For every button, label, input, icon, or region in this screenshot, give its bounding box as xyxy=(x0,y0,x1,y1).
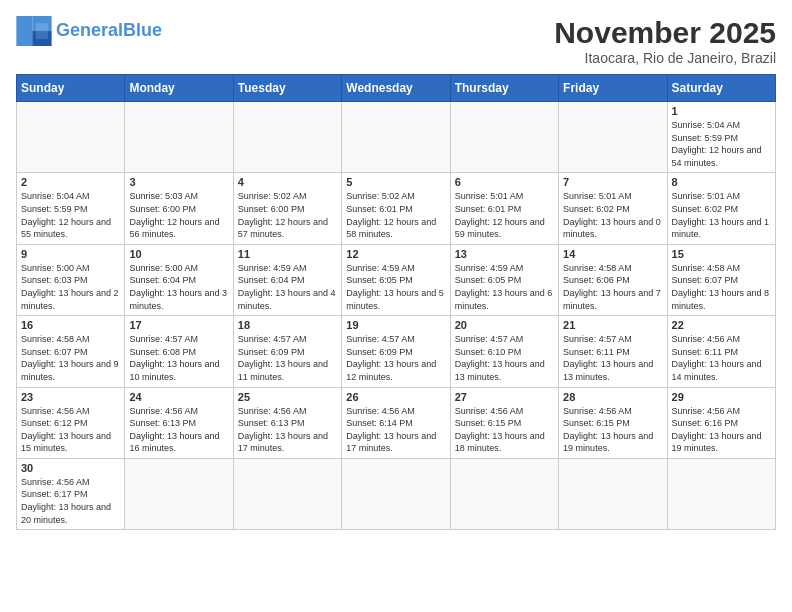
calendar-cell: 5Sunrise: 5:02 AM Sunset: 6:01 PM Daylig… xyxy=(342,173,450,244)
svg-marker-3 xyxy=(36,23,48,39)
day-number: 19 xyxy=(346,319,445,331)
day-info: Sunrise: 4:56 AM Sunset: 6:11 PM Dayligh… xyxy=(672,333,771,383)
day-info: Sunrise: 5:04 AM Sunset: 5:59 PM Dayligh… xyxy=(21,190,120,240)
day-info: Sunrise: 4:57 AM Sunset: 6:10 PM Dayligh… xyxy=(455,333,554,383)
calendar-row: 1Sunrise: 5:04 AM Sunset: 5:59 PM Daylig… xyxy=(17,102,776,173)
calendar-cell xyxy=(125,458,233,529)
calendar-cell: 16Sunrise: 4:58 AM Sunset: 6:07 PM Dayli… xyxy=(17,316,125,387)
day-info: Sunrise: 5:01 AM Sunset: 6:02 PM Dayligh… xyxy=(672,190,771,240)
calendar-subtitle: Itaocara, Rio de Janeiro, Brazil xyxy=(554,50,776,66)
logo-text: GeneralBlue xyxy=(56,21,162,41)
calendar-cell xyxy=(559,458,667,529)
col-header-sunday: Sunday xyxy=(17,75,125,102)
col-header-tuesday: Tuesday xyxy=(233,75,341,102)
calendar-cell: 4Sunrise: 5:02 AM Sunset: 6:00 PM Daylig… xyxy=(233,173,341,244)
calendar-title: November 2025 xyxy=(554,16,776,50)
day-info: Sunrise: 5:01 AM Sunset: 6:02 PM Dayligh… xyxy=(563,190,662,240)
day-number: 1 xyxy=(672,105,771,117)
col-header-wednesday: Wednesday xyxy=(342,75,450,102)
calendar-row: 9Sunrise: 5:00 AM Sunset: 6:03 PM Daylig… xyxy=(17,244,776,315)
col-header-monday: Monday xyxy=(125,75,233,102)
calendar-cell: 14Sunrise: 4:58 AM Sunset: 6:06 PM Dayli… xyxy=(559,244,667,315)
calendar-row: 23Sunrise: 4:56 AM Sunset: 6:12 PM Dayli… xyxy=(17,387,776,458)
calendar-cell xyxy=(342,458,450,529)
calendar-cell: 8Sunrise: 5:01 AM Sunset: 6:02 PM Daylig… xyxy=(667,173,775,244)
day-info: Sunrise: 5:04 AM Sunset: 5:59 PM Dayligh… xyxy=(672,119,771,169)
calendar-cell: 12Sunrise: 4:59 AM Sunset: 6:05 PM Dayli… xyxy=(342,244,450,315)
calendar-cell: 18Sunrise: 4:57 AM Sunset: 6:09 PM Dayli… xyxy=(233,316,341,387)
calendar-cell: 30Sunrise: 4:56 AM Sunset: 6:17 PM Dayli… xyxy=(17,458,125,529)
day-number: 6 xyxy=(455,176,554,188)
logo-general: General xyxy=(56,20,123,40)
day-info: Sunrise: 4:56 AM Sunset: 6:15 PM Dayligh… xyxy=(563,405,662,455)
calendar-cell: 20Sunrise: 4:57 AM Sunset: 6:10 PM Dayli… xyxy=(450,316,558,387)
day-number: 10 xyxy=(129,248,228,260)
day-number: 13 xyxy=(455,248,554,260)
logo-blue: Blue xyxy=(123,20,162,40)
calendar-cell xyxy=(125,102,233,173)
day-info: Sunrise: 4:57 AM Sunset: 6:09 PM Dayligh… xyxy=(238,333,337,383)
calendar-cell: 24Sunrise: 4:56 AM Sunset: 6:13 PM Dayli… xyxy=(125,387,233,458)
day-info: Sunrise: 4:56 AM Sunset: 6:16 PM Dayligh… xyxy=(672,405,771,455)
day-number: 18 xyxy=(238,319,337,331)
day-number: 8 xyxy=(672,176,771,188)
day-number: 11 xyxy=(238,248,337,260)
calendar-cell: 6Sunrise: 5:01 AM Sunset: 6:01 PM Daylig… xyxy=(450,173,558,244)
day-number: 16 xyxy=(21,319,120,331)
calendar-cell xyxy=(233,458,341,529)
day-number: 9 xyxy=(21,248,120,260)
day-number: 25 xyxy=(238,391,337,403)
calendar-cell: 7Sunrise: 5:01 AM Sunset: 6:02 PM Daylig… xyxy=(559,173,667,244)
day-number: 17 xyxy=(129,319,228,331)
calendar-cell: 22Sunrise: 4:56 AM Sunset: 6:11 PM Dayli… xyxy=(667,316,775,387)
day-info: Sunrise: 4:58 AM Sunset: 6:07 PM Dayligh… xyxy=(21,333,120,383)
day-number: 27 xyxy=(455,391,554,403)
calendar-row: 30Sunrise: 4:56 AM Sunset: 6:17 PM Dayli… xyxy=(17,458,776,529)
day-number: 15 xyxy=(672,248,771,260)
calendar-cell xyxy=(667,458,775,529)
day-number: 30 xyxy=(21,462,120,474)
calendar-row: 16Sunrise: 4:58 AM Sunset: 6:07 PM Dayli… xyxy=(17,316,776,387)
day-number: 20 xyxy=(455,319,554,331)
day-number: 12 xyxy=(346,248,445,260)
calendar-row: 2Sunrise: 5:04 AM Sunset: 5:59 PM Daylig… xyxy=(17,173,776,244)
calendar-cell: 25Sunrise: 4:56 AM Sunset: 6:13 PM Dayli… xyxy=(233,387,341,458)
calendar-cell: 15Sunrise: 4:58 AM Sunset: 6:07 PM Dayli… xyxy=(667,244,775,315)
day-info: Sunrise: 4:59 AM Sunset: 6:05 PM Dayligh… xyxy=(346,262,445,312)
col-header-thursday: Thursday xyxy=(450,75,558,102)
day-number: 14 xyxy=(563,248,662,260)
day-info: Sunrise: 5:03 AM Sunset: 6:00 PM Dayligh… xyxy=(129,190,228,240)
calendar-cell: 13Sunrise: 4:59 AM Sunset: 6:05 PM Dayli… xyxy=(450,244,558,315)
calendar-cell: 1Sunrise: 5:04 AM Sunset: 5:59 PM Daylig… xyxy=(667,102,775,173)
calendar-table: SundayMondayTuesdayWednesdayThursdayFrid… xyxy=(16,74,776,530)
day-number: 24 xyxy=(129,391,228,403)
calendar-cell: 2Sunrise: 5:04 AM Sunset: 5:59 PM Daylig… xyxy=(17,173,125,244)
day-number: 7 xyxy=(563,176,662,188)
day-info: Sunrise: 4:56 AM Sunset: 6:14 PM Dayligh… xyxy=(346,405,445,455)
day-number: 2 xyxy=(21,176,120,188)
calendar-cell: 3Sunrise: 5:03 AM Sunset: 6:00 PM Daylig… xyxy=(125,173,233,244)
calendar-cell: 10Sunrise: 5:00 AM Sunset: 6:04 PM Dayli… xyxy=(125,244,233,315)
day-number: 23 xyxy=(21,391,120,403)
day-number: 21 xyxy=(563,319,662,331)
calendar-cell: 29Sunrise: 4:56 AM Sunset: 6:16 PM Dayli… xyxy=(667,387,775,458)
day-number: 5 xyxy=(346,176,445,188)
day-info: Sunrise: 4:59 AM Sunset: 6:05 PM Dayligh… xyxy=(455,262,554,312)
day-number: 28 xyxy=(563,391,662,403)
calendar-cell: 26Sunrise: 4:56 AM Sunset: 6:14 PM Dayli… xyxy=(342,387,450,458)
day-info: Sunrise: 4:59 AM Sunset: 6:04 PM Dayligh… xyxy=(238,262,337,312)
calendar-cell xyxy=(450,102,558,173)
day-info: Sunrise: 4:56 AM Sunset: 6:13 PM Dayligh… xyxy=(129,405,228,455)
calendar-cell xyxy=(450,458,558,529)
calendar-cell: 19Sunrise: 4:57 AM Sunset: 6:09 PM Dayli… xyxy=(342,316,450,387)
day-info: Sunrise: 5:01 AM Sunset: 6:01 PM Dayligh… xyxy=(455,190,554,240)
logo-icon xyxy=(16,16,52,46)
day-number: 4 xyxy=(238,176,337,188)
page-header: GeneralBlue November 2025 Itaocara, Rio … xyxy=(16,16,776,66)
calendar-cell xyxy=(342,102,450,173)
day-info: Sunrise: 4:56 AM Sunset: 6:12 PM Dayligh… xyxy=(21,405,120,455)
col-header-friday: Friday xyxy=(559,75,667,102)
day-info: Sunrise: 4:58 AM Sunset: 6:06 PM Dayligh… xyxy=(563,262,662,312)
calendar-cell xyxy=(17,102,125,173)
day-info: Sunrise: 4:57 AM Sunset: 6:11 PM Dayligh… xyxy=(563,333,662,383)
